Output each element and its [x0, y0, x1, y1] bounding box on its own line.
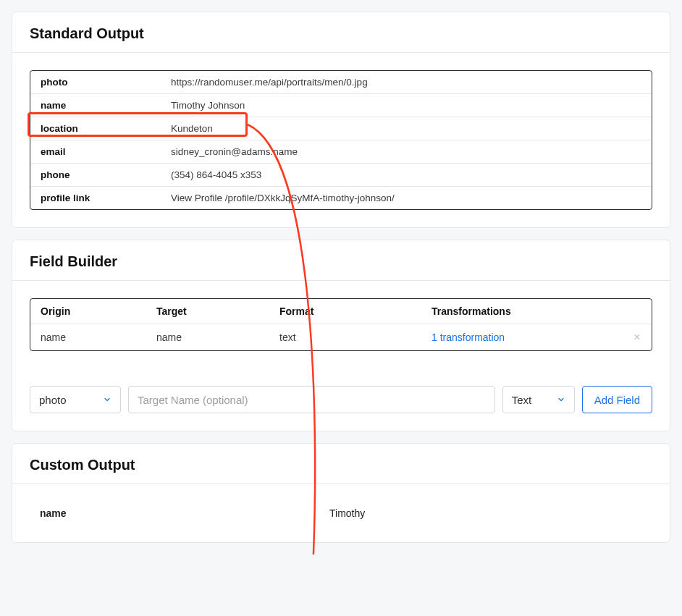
col-origin: Origin	[30, 299, 146, 324]
table-row: name Timothy	[30, 502, 652, 525]
cell-format: text	[269, 325, 421, 350]
row-value: (354) 864-4045 x353	[161, 164, 652, 186]
row-key: profile link	[30, 187, 161, 209]
row-value: View Profile /profile/DXkkJqSyMfA-timoth…	[161, 187, 652, 209]
row-key: phone	[30, 164, 161, 186]
standard-output-header: Standard Output	[12, 12, 670, 53]
row-value: Kundeton	[161, 117, 652, 140]
cell-origin: name	[30, 325, 146, 350]
standard-output-title: Standard Output	[30, 25, 652, 42]
row-value: https://randomuser.me/api/portraits/men/…	[161, 71, 652, 93]
table-row: location Kundeton	[30, 117, 652, 140]
origin-select[interactable]: photo	[30, 386, 121, 413]
cell-target: name	[146, 325, 269, 350]
row-key: name	[30, 94, 161, 117]
chevron-down-icon	[557, 395, 565, 404]
col-transformations: Transformations	[421, 299, 623, 324]
add-field-label: Add Field	[594, 394, 640, 406]
row-value: Timothy	[319, 502, 652, 525]
custom-output-header: Custom Output	[12, 444, 670, 484]
custom-output-panel: Custom Output name Timothy	[12, 443, 670, 543]
row-value: Timothy Johnson	[161, 94, 652, 117]
field-builder-title: Field Builder	[30, 253, 652, 270]
table-row: photo https://randomuser.me/api/portrait…	[30, 71, 652, 93]
chevron-down-icon	[103, 395, 111, 404]
row-key: email	[30, 140, 161, 163]
field-builder-table-row: name name text 1 transformation ×	[30, 324, 652, 350]
table-row: name Timothy Johnson	[30, 93, 652, 117]
table-row: email sidney_cronin@adams.name	[30, 140, 652, 163]
standard-output-panel: Standard Output photo https://randomuser…	[12, 12, 670, 228]
origin-select-value: photo	[39, 394, 67, 406]
custom-output-title: Custom Output	[30, 457, 652, 473]
row-key: photo	[30, 71, 161, 93]
add-field-button[interactable]: Add Field	[582, 386, 652, 413]
standard-output-table: photo https://randomuser.me/api/portrait…	[30, 70, 652, 210]
field-builder-table-head: Origin Target Format Transformations	[30, 299, 652, 324]
row-value: sidney_cronin@adams.name	[161, 140, 652, 163]
format-select-value: Text	[512, 394, 532, 406]
col-target: Target	[146, 299, 269, 324]
remove-field-icon[interactable]: ×	[633, 331, 640, 343]
target-name-input[interactable]	[138, 394, 486, 406]
row-key: name	[30, 502, 319, 525]
row-key: location	[30, 117, 161, 140]
field-builder-header: Field Builder	[12, 240, 670, 281]
transformations-link[interactable]: 1 transformation	[431, 332, 505, 343]
format-select[interactable]: Text	[502, 386, 575, 413]
custom-output-table: name Timothy	[30, 502, 652, 525]
target-name-input-wrapper	[128, 386, 495, 413]
table-row: profile link View Profile /profile/DXkkJ…	[30, 186, 652, 209]
field-builder-panel: Field Builder Origin Target Format Trans…	[12, 240, 670, 431]
field-builder-input-row: photo Text Add Field	[30, 386, 652, 413]
col-format: Format	[269, 299, 421, 324]
field-builder-table: Origin Target Format Transformations nam…	[30, 298, 652, 351]
table-row: phone (354) 864-4045 x353	[30, 163, 652, 186]
